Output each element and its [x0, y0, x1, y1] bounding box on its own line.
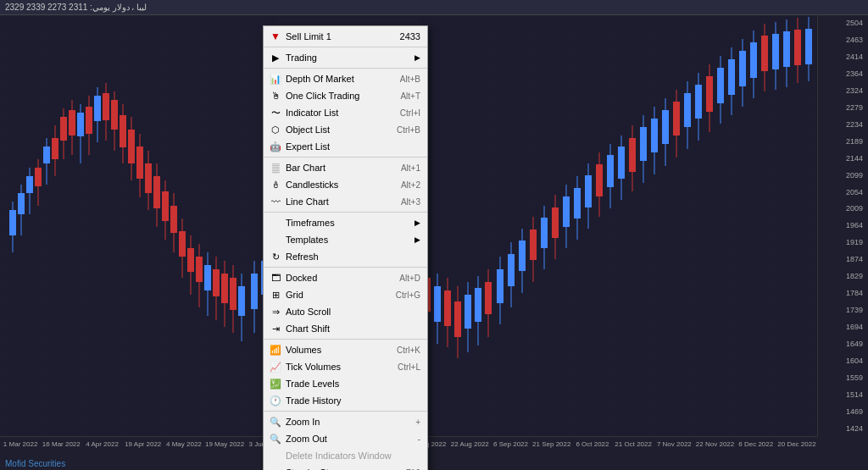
- menu-divider: [264, 68, 427, 69]
- -icon: [269, 216, 282, 229]
- menu-item-auto-scroll[interactable]: ⇒Auto Scroll: [264, 303, 427, 320]
- sell-limit-row[interactable]: ▼ Sell Limit 1 2433: [264, 28, 427, 47]
- price-axis: 2504246324142364232422792234218921442099…: [817, 15, 868, 436]
- svg-rect-11: [43, 147, 50, 163]
- svg-rect-39: [162, 191, 169, 221]
- menu-item-chart-shift[interactable]: ⇥Chart Shift: [264, 320, 427, 337]
- svg-rect-157: [772, 34, 779, 69]
- bar-icon: 𝄛: [269, 161, 282, 174]
- price-label: 2504: [820, 19, 866, 27]
- menu-item-candlesticks[interactable]: 🕯CandlesticksAlt+2: [264, 176, 427, 193]
- svg-rect-103: [475, 288, 481, 322]
- svg-rect-159: [783, 31, 790, 67]
- price-label: 2144: [820, 154, 866, 163]
- svg-rect-147: [717, 68, 724, 103]
- svg-rect-101: [465, 295, 471, 329]
- menu-item-shortcut: Ctrl+B: [397, 125, 420, 135]
- price-label: 2189: [820, 137, 866, 146]
- arrow-icon: ▶: [269, 51, 282, 64]
- price-label: 2279: [820, 103, 866, 112]
- price-label: 2009: [820, 204, 866, 213]
- svg-rect-153: [750, 42, 757, 78]
- menu-item-label: Indicator List: [286, 108, 392, 118]
- svg-rect-17: [69, 110, 75, 135]
- svg-rect-99: [454, 301, 461, 337]
- svg-rect-25: [103, 93, 109, 120]
- menu-item-trade-levels[interactable]: 💹Trade Levels: [264, 375, 427, 392]
- menu-item-timeframes[interactable]: Timeframes▶: [264, 214, 427, 231]
- time-label: 1 Mar 2022: [0, 440, 41, 448]
- time-label: 19 May 2022: [204, 440, 245, 448]
- svg-rect-115: [541, 218, 548, 248]
- svg-rect-131: [629, 138, 636, 172]
- menu-item-trading[interactable]: ▶Trading▶: [264, 49, 427, 66]
- menu-item-label: Grid: [286, 290, 387, 300]
- menu-item-trade-history[interactable]: 🕐Trade History: [264, 392, 427, 409]
- price-label: 2054: [820, 188, 866, 196]
- menu-item-refresh[interactable]: ↻Refresh: [264, 248, 427, 265]
- submenu-arrow-icon: ▶: [415, 235, 420, 244]
- time-label: 16 Mar 2022: [41, 440, 81, 448]
- svg-rect-107: [497, 269, 504, 303]
- menu-item-label: Chart Shift: [286, 323, 420, 334]
- menu-item-line-chart[interactable]: 〰Line ChartAlt+3: [264, 193, 427, 210]
- menu-item-delete-indicators: Delete Indicators Window: [264, 447, 427, 464]
- svg-rect-21: [86, 107, 92, 134]
- menu-item-zoom-in[interactable]: 🔍Zoom In+: [264, 413, 427, 430]
- menu-item-label: One Click Trading: [286, 91, 392, 101]
- menu-item-shortcut: Alt+D: [399, 274, 420, 283]
- volumes-icon: 📶: [269, 343, 282, 357]
- chart-container: ليبا ، دولار يومي: 2311 2273 2339 2329: [0, 0, 868, 470]
- svg-rect-49: [204, 265, 211, 290]
- title-text: ليبا ، دولار يومي: 2311 2273 2339 2329: [5, 3, 147, 12]
- svg-rect-59: [251, 274, 258, 309]
- svg-rect-125: [596, 164, 603, 196]
- menu-item-templates[interactable]: Templates▶: [264, 231, 427, 248]
- time-label: 4 May 2022: [164, 440, 204, 448]
- svg-rect-29: [120, 115, 126, 147]
- menu-item-label: Object List: [286, 124, 388, 135]
- menu-item-shortcut: Alt+1: [401, 163, 420, 173]
- price-label: 1919: [820, 238, 866, 246]
- menu-divider: [264, 157, 427, 158]
- time-label: 4 Apr 2022: [81, 440, 122, 448]
- menu-item-volumes[interactable]: 📶VolumesCtrl+K: [264, 341, 427, 358]
- svg-rect-45: [187, 248, 194, 272]
- zoom-in-icon: 🔍: [269, 415, 282, 429]
- submenu-arrow-icon: ▶: [415, 53, 420, 62]
- step-icon: ⏭: [269, 466, 282, 470]
- time-label: 22 Nov 2022: [694, 440, 735, 448]
- menu-item-grid[interactable]: ⊞GridCtrl+G: [264, 286, 427, 303]
- menu-item-one-click-trading[interactable]: 🖱One Click TradingAlt+T: [264, 87, 427, 104]
- svg-rect-119: [563, 196, 570, 227]
- menu-item-depth-of-market[interactable]: 📊Depth Of MarketAlt+B: [264, 70, 427, 87]
- title-bar: ليبا ، دولار يومي: 2311 2273 2339 2329: [0, 0, 868, 15]
- menu-item-label: Docked: [286, 273, 391, 283]
- menu-item-label: Templates: [286, 235, 411, 245]
- svg-rect-35: [145, 163, 152, 193]
- menu-item-zoom-out[interactable]: 🔍Zoom Out-: [264, 430, 427, 447]
- menu-item-expert-list[interactable]: 🤖Expert List: [264, 138, 427, 155]
- sell-limit-label: Sell Limit 1: [286, 31, 400, 41]
- time-label: 21 Sep 2022: [531, 440, 572, 448]
- svg-rect-23: [94, 96, 101, 121]
- svg-rect-151: [739, 51, 746, 86]
- menu-item-tick-volumes[interactable]: 📈Tick VolumesCtrl+L: [264, 358, 427, 375]
- svg-rect-139: [673, 102, 680, 135]
- svg-rect-53: [221, 274, 228, 303]
- menu-item-object-list[interactable]: ⬡Object ListCtrl+B: [264, 121, 427, 138]
- zoom-out-icon: 🔍: [269, 432, 282, 445]
- grid-icon: ⊞: [269, 288, 282, 301]
- svg-rect-135: [651, 119, 658, 152]
- svg-rect-51: [213, 269, 220, 296]
- tick-icon: 📈: [269, 360, 282, 373]
- menu-item-indicator-list[interactable]: 〜Indicator ListCtrl+I: [264, 104, 427, 121]
- menu-item-bar-chart[interactable]: 𝄛Bar ChartAlt+1: [264, 159, 427, 176]
- menu-item-step-by-step[interactable]: ⏭Step by StepF12: [264, 464, 427, 470]
- svg-rect-111: [519, 241, 526, 271]
- menu-item-docked[interactable]: 🗔DockedAlt+D: [264, 269, 427, 286]
- context-menu[interactable]: ▼ Sell Limit 1 2433 ▶Trading▶📊Depth Of M…: [263, 25, 428, 470]
- time-label: 21 Oct 2022: [613, 440, 654, 448]
- menu-item-label: Timeframes: [286, 218, 411, 228]
- menu-item-shortcut: +: [415, 417, 420, 427]
